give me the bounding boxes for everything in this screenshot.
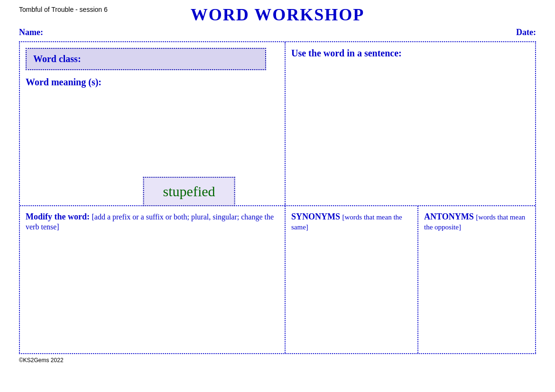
word-class-label: Word class: bbox=[33, 54, 81, 64]
footer: ©KS2Gems 2022 bbox=[19, 357, 536, 364]
name-label: Name: bbox=[19, 27, 43, 37]
session-label: Tombful of Trouble - session 6 bbox=[19, 6, 108, 13]
antonyms-main-label: ANTONYMS bbox=[424, 212, 474, 221]
synonyms-panel: SYNONYMS [words that mean the same] bbox=[286, 206, 418, 353]
word-class-box: Word class: bbox=[26, 48, 266, 70]
word-meaning-label: Word meaning (s): bbox=[26, 77, 279, 88]
word-box: stupefied bbox=[143, 177, 235, 206]
header-row: Tombful of Trouble - session 6 WORD WORK… bbox=[19, 5, 536, 25]
synonyms-main-label: SYNONYMS bbox=[291, 212, 340, 221]
sentence-label: Use the word in a sentence: bbox=[291, 48, 529, 59]
antonyms-panel: ANTONYMS [words that mean the opposite] bbox=[418, 206, 535, 353]
modify-main-label: Modify the word: bbox=[26, 212, 90, 221]
page: Tombful of Trouble - session 6 WORD WORK… bbox=[0, 0, 555, 392]
right-panel: Use the word in a sentence: bbox=[286, 42, 535, 205]
bottom-section: Modify the word: [add a prefix or a suff… bbox=[20, 206, 535, 353]
modify-panel: Modify the word: [add a prefix or a suff… bbox=[20, 206, 286, 353]
name-date-row: Name: Date: bbox=[19, 27, 536, 37]
modify-label: Modify the word: [add a prefix or a suff… bbox=[26, 212, 274, 231]
main-title: WORD WORKSHOP bbox=[191, 5, 364, 25]
copyright-label: ©KS2Gems 2022 bbox=[19, 357, 64, 364]
left-panel: Word class: Word meaning (s): stupefied bbox=[20, 42, 286, 205]
antonyms-label: ANTONYMS [words that mean the opposite] bbox=[424, 212, 525, 231]
date-label: Date: bbox=[516, 27, 536, 37]
top-section: Word class: Word meaning (s): stupefied … bbox=[20, 42, 535, 206]
main-grid: Word class: Word meaning (s): stupefied … bbox=[19, 41, 536, 354]
synonyms-label: SYNONYMS [words that mean the same] bbox=[291, 212, 402, 231]
word-display-area: stupefied bbox=[143, 177, 235, 206]
